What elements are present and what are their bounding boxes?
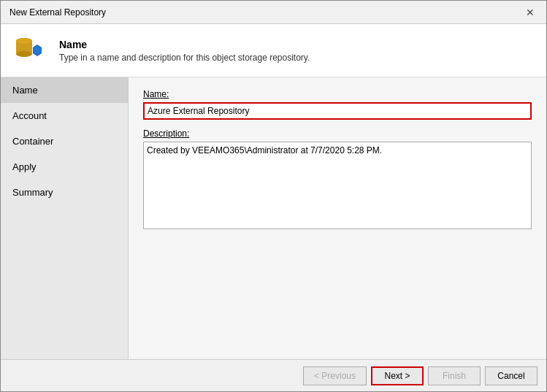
description-field-group: Description: Created by VEEAMO365\Admini… <box>143 128 532 229</box>
name-field-group: Name: <box>143 89 532 120</box>
sidebar-item-apply[interactable]: Apply <box>1 154 128 180</box>
title-bar: New External Repository ✕ <box>1 1 546 24</box>
description-textarea[interactable]: Created by VEEAMO365\Administrator at 7/… <box>143 142 532 229</box>
close-button[interactable]: ✕ <box>523 5 538 20</box>
main-panel: Name: Description: Created by VEEAMO365\… <box>129 77 546 359</box>
previous-button[interactable]: < Previous <box>303 366 367 385</box>
name-input[interactable] <box>143 102 532 120</box>
header-section: Name Type in a name and description for … <box>1 24 546 77</box>
sidebar-item-container[interactable]: Container <box>1 128 128 154</box>
sidebar-item-name[interactable]: Name <box>1 77 128 103</box>
db-icon <box>14 34 46 66</box>
sidebar: Name Account Container Apply Summary <box>1 77 129 359</box>
header-subtitle: Type in a name and description for this … <box>59 53 310 63</box>
finish-button[interactable]: Finish <box>428 366 481 385</box>
header-title: Name <box>59 39 310 50</box>
header-icon <box>12 33 47 68</box>
sidebar-item-account[interactable]: Account <box>1 103 128 128</box>
sidebar-item-summary[interactable]: Summary <box>1 180 128 205</box>
header-text: Name Type in a name and description for … <box>59 39 310 63</box>
svg-point-2 <box>16 51 32 57</box>
name-label: Name: <box>143 89 532 99</box>
next-button[interactable]: Next > <box>371 366 424 385</box>
dialog-title: New External Repository <box>9 7 106 18</box>
dialog-window: New External Repository ✕ Name Type in a… <box>0 0 547 392</box>
description-label: Description: <box>143 128 532 139</box>
content-area: Name Account Container Apply Summary Nam… <box>1 77 546 359</box>
cancel-button[interactable]: Cancel <box>485 366 538 385</box>
footer: < Previous Next > Finish Cancel <box>1 359 546 391</box>
svg-point-3 <box>16 38 32 44</box>
